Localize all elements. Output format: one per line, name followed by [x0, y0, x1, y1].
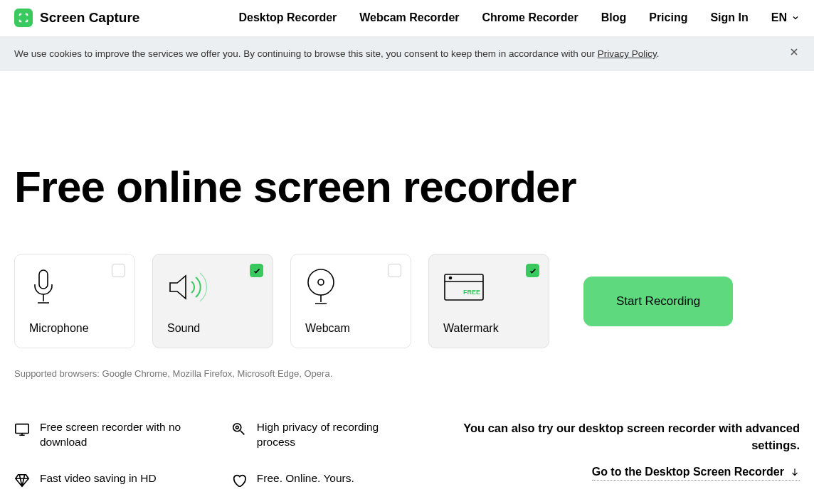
language-selector[interactable]: EN — [771, 11, 800, 24]
privacy-icon — [231, 422, 247, 437]
option-label: Webcam — [305, 322, 396, 335]
logo-icon — [14, 9, 33, 27]
watermark-icon: FREE — [443, 267, 534, 307]
close-icon[interactable] — [788, 46, 800, 61]
webcam-icon — [305, 267, 396, 307]
feature-item: Fast video saving in HD — [14, 471, 189, 488]
feature-col-2: High privacy of recording process Free. … — [231, 420, 406, 488]
svg-point-2 — [318, 279, 324, 285]
option-microphone[interactable]: Microphone — [14, 254, 135, 348]
header: Screen Capture Desktop Recorder Webcam R… — [0, 0, 814, 36]
feature-item: Free screen recorder with no download — [14, 420, 189, 450]
svg-point-8 — [236, 427, 238, 429]
start-recording-button[interactable]: Start Recording — [583, 277, 733, 326]
svg-rect-6 — [16, 424, 28, 434]
feature-col-1: Free screen recorder with no download Fa… — [14, 420, 189, 488]
svg-point-1 — [308, 269, 334, 295]
nav: Desktop Recorder Webcam Recorder Chrome … — [238, 11, 800, 24]
arrow-down-icon — [790, 467, 800, 477]
microphone-icon — [29, 267, 120, 307]
desktop-recorder-link[interactable]: Go to the Desktop Screen Recorder — [592, 466, 800, 481]
monitor-icon — [14, 422, 30, 437]
svg-rect-0 — [39, 270, 48, 289]
nav-webcam-recorder[interactable]: Webcam Recorder — [359, 11, 459, 24]
cookie-text: We use cookies to improve the services w… — [14, 48, 659, 59]
svg-point-4 — [450, 277, 452, 279]
checkbox-microphone[interactable] — [112, 264, 125, 277]
nav-signin[interactable]: Sign In — [710, 11, 748, 24]
supported-browsers: Supported browsers: Google Chrome, Mozil… — [14, 368, 800, 379]
option-label: Sound — [167, 322, 258, 335]
nav-blog[interactable]: Blog — [601, 11, 627, 24]
option-watermark[interactable]: FREE Watermark — [428, 254, 549, 348]
option-webcam[interactable]: Webcam — [290, 254, 411, 348]
checkbox-webcam[interactable] — [388, 264, 401, 277]
feature-text: High privacy of recording process — [257, 420, 406, 450]
heart-icon — [231, 473, 247, 488]
nav-chrome-recorder[interactable]: Chrome Recorder — [482, 11, 578, 24]
feature-text: Free. Online. Yours. — [257, 471, 354, 486]
diamond-icon — [14, 473, 30, 488]
desktop-cta-text: You can also try our desktop screen reco… — [448, 420, 800, 454]
sound-icon — [167, 267, 258, 307]
checkbox-sound[interactable] — [250, 264, 263, 277]
option-label: Microphone — [29, 322, 120, 335]
svg-text:FREE: FREE — [463, 289, 480, 296]
feature-item: Free. Online. Yours. — [231, 471, 406, 488]
nav-pricing[interactable]: Pricing — [649, 11, 687, 24]
logo[interactable]: Screen Capture — [14, 9, 139, 27]
feature-item: High privacy of recording process — [231, 420, 406, 450]
option-label: Watermark — [443, 322, 534, 335]
options-row: Microphone Sound — [14, 254, 800, 348]
nav-desktop-recorder[interactable]: Desktop Recorder — [238, 11, 337, 24]
option-sound[interactable]: Sound — [152, 254, 273, 348]
main: Free online screen recorder Microphone — [0, 163, 814, 488]
checkbox-watermark[interactable] — [526, 264, 539, 277]
desktop-cta: You can also try our desktop screen reco… — [448, 420, 800, 488]
feature-row: Free screen recorder with no download Fa… — [14, 420, 800, 488]
feature-text: Fast video saving in HD — [40, 471, 157, 486]
brand-name: Screen Capture — [40, 10, 139, 26]
privacy-link[interactable]: Privacy Policy — [598, 48, 657, 59]
cookie-bar: We use cookies to improve the services w… — [0, 36, 814, 71]
svg-point-7 — [233, 424, 241, 431]
feature-text: Free screen recorder with no download — [40, 420, 189, 450]
chevron-down-icon — [791, 14, 800, 22]
page-title: Free online screen recorder — [14, 163, 800, 210]
language-label: EN — [771, 11, 787, 24]
